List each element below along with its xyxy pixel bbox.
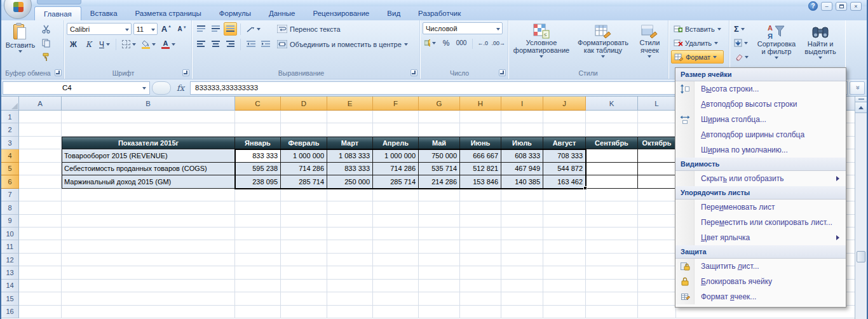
cell-L11[interactable] (638, 240, 676, 253)
cell-F6[interactable]: 285 714 (373, 175, 419, 188)
borders-button[interactable] (120, 37, 138, 51)
menu-item-lock-cell[interactable]: Блокировать ячейку (675, 274, 846, 289)
cell-G12[interactable] (419, 254, 460, 266)
decrease-indent-button[interactable] (244, 37, 257, 51)
cell-D5[interactable]: 714 286 (281, 163, 327, 175)
cell-B5[interactable]: Себестоимость проданных товаров (COGS) (62, 163, 235, 175)
cell-D4[interactable]: 1 000 000 (281, 149, 327, 162)
cell-K4[interactable] (586, 149, 638, 162)
minimize-button[interactable]: – (821, 2, 832, 11)
cell-H8[interactable] (460, 201, 501, 214)
cell-D15[interactable] (281, 292, 327, 305)
cell-H6[interactable]: 153 846 (460, 175, 501, 188)
tab-review[interactable]: Рецензирование (304, 6, 378, 20)
align-top-button[interactable] (194, 22, 208, 36)
cell-D10[interactable] (281, 227, 327, 240)
menu-item-protect-sheet[interactable]: Защитить лист... (675, 259, 846, 274)
row-header-5[interactable]: 5 (1, 163, 19, 175)
cell-A10[interactable] (19, 227, 62, 240)
fill-color-button[interactable] (140, 37, 158, 51)
cell-J7[interactable] (543, 189, 586, 201)
insert-cells-button[interactable]: Вставить (671, 22, 724, 36)
cell-A13[interactable] (19, 266, 62, 279)
cell-F5[interactable]: 714 286 (373, 163, 419, 175)
cell-J10[interactable] (543, 227, 586, 240)
row-header-14[interactable]: 14 (1, 280, 19, 292)
row-header-1[interactable]: 1 (1, 111, 19, 123)
row-header-10[interactable]: 10 (1, 227, 19, 240)
tab-view[interactable]: Вид (378, 6, 409, 20)
column-header-C[interactable]: C (235, 97, 281, 111)
fill-handle[interactable] (583, 186, 587, 190)
quick-access-toolbar[interactable] (37, 0, 81, 4)
expand-formula-bar-button[interactable]: « (850, 81, 865, 95)
tab-developer[interactable]: Разработчик (409, 6, 470, 20)
grow-font-button[interactable]: А (159, 22, 173, 36)
cell-J13[interactable] (543, 266, 586, 279)
cell-G4[interactable]: 750 000 (419, 149, 460, 162)
cell-J8[interactable] (543, 201, 586, 214)
cell-F4[interactable]: 1 000 000 (373, 149, 419, 162)
cell-E11[interactable] (327, 240, 373, 253)
cell-H13[interactable] (460, 266, 501, 279)
format-painter-button[interactable] (39, 50, 53, 64)
cell-A3[interactable] (19, 137, 62, 149)
cell-L4[interactable] (638, 149, 676, 162)
cell-B13[interactable] (62, 266, 235, 279)
cell-L1[interactable] (638, 111, 676, 123)
cell-J9[interactable] (543, 215, 586, 227)
cell-A11[interactable] (19, 240, 62, 253)
cell-F7[interactable] (373, 189, 419, 201)
cell-L16[interactable] (638, 306, 676, 318)
cell-L2[interactable] (638, 123, 676, 136)
row-header-7[interactable]: 7 (1, 189, 19, 201)
fill-button[interactable] (732, 36, 754, 50)
cell-C10[interactable] (235, 227, 281, 240)
row-header-8[interactable]: 8 (1, 201, 19, 214)
cell-I5[interactable]: 467 949 (501, 163, 543, 175)
cell-I16[interactable] (501, 306, 543, 318)
column-header-E[interactable]: E (327, 97, 373, 111)
cell-I4[interactable]: 608 333 (501, 149, 543, 162)
menu-item-autofit-row-height[interactable]: Автоподбор высоты строки (675, 97, 846, 112)
cell-J12[interactable] (543, 254, 586, 266)
cell-F13[interactable] (373, 266, 419, 279)
clear-button[interactable] (732, 50, 754, 64)
cell-A4[interactable] (19, 149, 62, 162)
wrap-text-button[interactable]: Перенос текста (277, 22, 408, 36)
cell-J11[interactable] (543, 240, 586, 253)
cell-A1[interactable] (19, 111, 62, 123)
cell-C2[interactable] (235, 123, 281, 136)
vertical-scrollbar[interactable] (855, 97, 867, 319)
cell-G3[interactable]: Май (419, 137, 460, 149)
cell-D9[interactable] (281, 215, 327, 227)
shrink-font-button[interactable]: А (175, 22, 189, 36)
cell-B14[interactable] (62, 280, 235, 292)
tab-home[interactable]: Главная (34, 6, 81, 20)
cell-I14[interactable] (501, 280, 543, 292)
cell-E13[interactable] (327, 266, 373, 279)
cell-F1[interactable] (373, 111, 419, 123)
cell-styles-button[interactable]: Стили ячеек (634, 22, 665, 59)
cell-H14[interactable] (460, 280, 501, 292)
cell-B12[interactable] (62, 254, 235, 266)
cell-J5[interactable]: 544 872 (543, 163, 586, 175)
cell-G5[interactable]: 535 714 (419, 163, 460, 175)
cell-F16[interactable] (373, 306, 419, 318)
cell-J4[interactable]: 708 333 (543, 149, 586, 162)
column-header-H[interactable]: H (460, 97, 501, 111)
row-header-12[interactable]: 12 (1, 254, 19, 266)
cell-F9[interactable] (373, 215, 419, 227)
cell-J6[interactable]: 163 462 (543, 175, 586, 188)
cell-E3[interactable]: Март (327, 137, 373, 149)
copy-button[interactable] (39, 36, 53, 50)
accounting-format-button[interactable] (423, 36, 438, 50)
find-select-button[interactable]: Найти и выделить (799, 22, 841, 60)
cell-B11[interactable] (62, 240, 235, 253)
tab-page-layout[interactable]: Разметка страницы (126, 6, 210, 20)
menu-item-format-cells[interactable]: Формат ячеек... (675, 289, 846, 304)
menu-item-default-width[interactable]: Ширина по умолчанию... (675, 142, 846, 158)
name-box[interactable]: C4 (3, 81, 150, 95)
restore-button[interactable] (836, 2, 847, 11)
clipboard-dialog-launcher[interactable] (55, 69, 62, 76)
